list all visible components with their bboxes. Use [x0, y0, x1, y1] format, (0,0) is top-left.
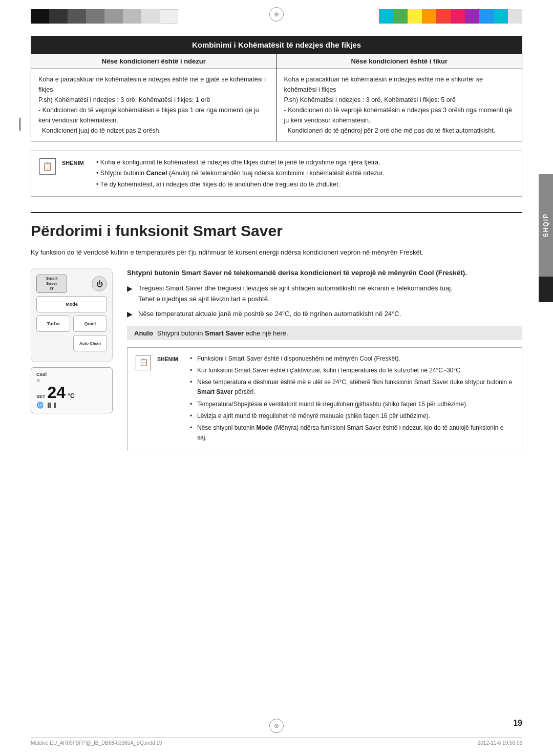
quiet-button[interactable]: Quiet — [73, 316, 107, 332]
note2-item-1: Funksioni i Smart Saver është i disponue… — [190, 354, 514, 364]
table-header: Kombinimi i Kohëmatësit të ndezjes dhe f… — [31, 36, 522, 54]
combination-section: Kombinimi i Kohëmatësit të ndezjes dhe f… — [31, 36, 522, 197]
green-block — [393, 9, 408, 24]
hand-icon: ☞ — [50, 286, 54, 291]
auto-clean-button[interactable]: Auto Clean — [73, 335, 107, 351]
remote-btn-grid: Turbo Quiet Auto Clean — [36, 316, 107, 351]
arrow-icon-1: ▶ — [127, 284, 134, 295]
note-item-3: • Të dy kohëmatësit, ai i ndezjes dhe fi… — [96, 179, 514, 190]
turbo-button[interactable]: Turbo — [36, 316, 70, 332]
note2-item-3: Nëse temperatura e dëshiruar është më e … — [190, 377, 514, 397]
display-screen: Cool ❄ SET 24 °C 🌀 ▐▌▐ — [31, 367, 113, 413]
gray-block-7 — [141, 9, 160, 24]
instruction-title: Shtypni butonin Smart Saver në telekoman… — [127, 268, 522, 278]
side-tab: SHQIP — [539, 174, 553, 277]
cool-label: Cool — [36, 372, 107, 377]
grayscale-color-bar — [31, 9, 178, 24]
fan-icon: 🌀 — [36, 402, 44, 409]
note-box-1: 📋 SHËNIM • Koha e konfigurimit të kohëma… — [31, 151, 522, 197]
col1-header: Nëse kondicioneri është i ndezur — [31, 54, 277, 69]
red-block — [436, 9, 451, 24]
remote-illustration: Smart Saver ☞ ⏻ Mode Turbo Quiet Auto Cl… — [31, 268, 113, 362]
section-title: Përdorimi i funksionit Smart Saver — [31, 222, 522, 240]
combination-table: Kombinimi i Kohëmatësit të ndezjes dhe f… — [31, 36, 522, 141]
bar-icon: ▐▌▐ — [46, 403, 56, 408]
gray-block-4 — [86, 9, 104, 24]
gray-block-8 — [160, 9, 178, 24]
section-divider — [31, 212, 522, 213]
cyan-block — [379, 9, 393, 24]
purple-block — [465, 9, 479, 24]
anulo-label: Anulo — [134, 329, 153, 337]
set-label: SET — [36, 394, 46, 399]
power-button[interactable]: ⏻ — [92, 276, 107, 291]
note2-item-4: Temperatura/Shpejtësia e ventilatorit mu… — [190, 400, 514, 409]
bullet-text-1: Treguesi Smart Saver dhe treguesi i lëvi… — [138, 283, 453, 305]
note-box-2: 📋 SHËNIM Funksioni i Smart Saver është i… — [127, 347, 522, 452]
page-number: 19 — [513, 719, 522, 728]
smart-saver-text: Shtypni butonin Smart Saver në telekoman… — [127, 268, 522, 456]
light-block — [508, 9, 522, 24]
note2-item-2: Kur funksioni Smart Saver është i ç'akti… — [190, 366, 514, 375]
col1-content: Koha e paracaktuar në kohëmatësin e ndez… — [31, 69, 277, 141]
yellow-block — [408, 9, 422, 24]
note-label-2: SHËNIM — [157, 354, 184, 364]
display-main-row: SET 24 °C — [36, 384, 107, 401]
note-list-2: Funksioni i Smart Saver është i disponue… — [190, 354, 514, 445]
mode-button[interactable]: Mode — [36, 296, 107, 312]
temp-unit: °C — [68, 392, 74, 400]
remote-top-row: Smart Saver ☞ ⏻ — [36, 275, 107, 293]
gray-block-6 — [123, 9, 141, 24]
note-icon-1: 📋 — [39, 158, 56, 175]
margin-line — [19, 118, 20, 131]
anulo-text: Shtypni butonin Smart Saver edhe një her… — [157, 329, 288, 337]
side-tab-black — [539, 277, 553, 302]
mode-row: Mode — [36, 296, 107, 312]
pink-block — [451, 9, 465, 24]
footer-bar: Maldive EU_AR09FSFP@_IB_DB68-03365A_SQ.i… — [31, 737, 522, 746]
orange-block — [422, 9, 436, 24]
auto-clean-label: Auto Clean — [79, 341, 101, 346]
side-tab-label: SHQIP — [542, 213, 549, 237]
blue-block — [479, 9, 494, 24]
gray-block-3 — [68, 9, 86, 24]
gray-block-2 — [49, 9, 68, 24]
col2-content: Koha e paracaktuar në kohëmatësin e ndez… — [276, 69, 522, 141]
note-icon-2: 📋 — [136, 355, 151, 370]
color-bar — [379, 9, 522, 24]
main-content: Kombinimi i Kohëmatësit të ndezjes dhe f… — [31, 36, 522, 456]
note2-item-6: Nëse shtypni butonin Mode (Mënyra) ndërs… — [190, 423, 514, 443]
note-item-2: • Shtypni butonin Cancel (Anulo) në tele… — [96, 168, 514, 179]
gray-block-1 — [31, 9, 49, 24]
temp-display: 24 — [48, 384, 66, 401]
note-item-1: • Koha e konfigurimit të kohëmatësit të … — [96, 157, 514, 168]
display-icons: 🌀 ▐▌▐ — [36, 402, 107, 409]
gray-block-5 — [104, 9, 123, 24]
cyan-block-2 — [494, 9, 508, 24]
snowflake-icon: ❄ — [36, 378, 107, 383]
bullet-item-2: ▶ Nëse temperaturat aktuale janë më posh… — [127, 309, 522, 320]
arrow-icon-2: ▶ — [127, 309, 134, 320]
remote-area: Smart Saver ☞ ⏻ Mode Turbo Quiet Auto Cl… — [31, 268, 113, 413]
note2-item-5: Lëvizja e ajrit mund të rregullohet në m… — [190, 411, 514, 421]
footer-right: 2012-11-6 19:56:06 — [478, 740, 522, 746]
col2-header: Nëse kondicioneri është i fikur — [276, 54, 522, 69]
bullet-item-1: ▶ Treguesi Smart Saver dhe treguesi i lë… — [127, 283, 522, 305]
top-compass-icon: ⊕ — [269, 7, 284, 22]
smart-saver-content: Smart Saver ☞ ⏻ Mode Turbo Quiet Auto Cl… — [31, 268, 522, 456]
note-label-1: SHËNIM — [62, 157, 90, 168]
footer-left: Maldive EU_AR09FSFP@_IB_DB68-03365A_SQ.i… — [31, 740, 162, 746]
bullet-text-2: Nëse temperaturat aktuale janë më poshtë… — [138, 309, 401, 320]
smart-saver-button[interactable]: Smart Saver ☞ — [36, 275, 67, 293]
smart-saver-label: Smart Saver — [40, 276, 63, 286]
anulo-box: Anulo Shtypni butonin Smart Saver edhe n… — [127, 326, 522, 340]
note-content-1: • Koha e konfigurimit të kohëmatësit të … — [96, 157, 514, 190]
bottom-compass-icon: ⊕ — [269, 719, 284, 733]
section-intro: Ky funksion do të vendosë kufirin e temp… — [31, 247, 476, 258]
